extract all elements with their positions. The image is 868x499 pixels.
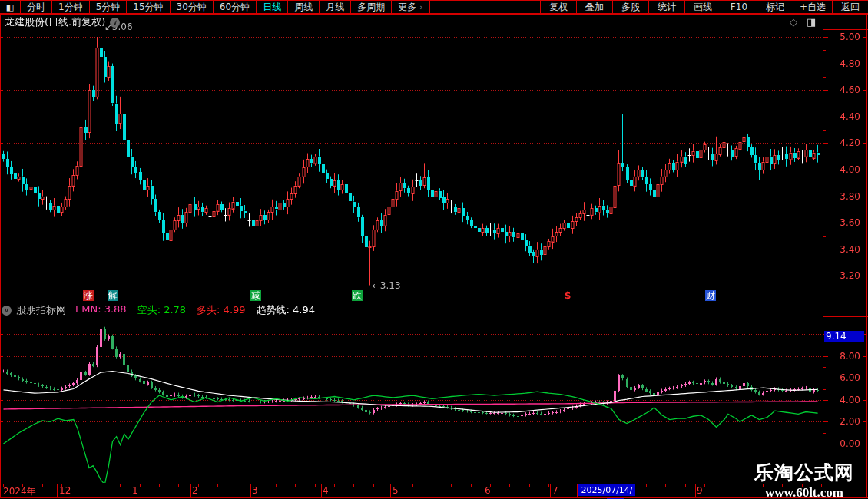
- price-axis-label: 3.20: [825, 270, 860, 281]
- toolbar-spacer: [430, 1, 540, 13]
- period-item-月线[interactable]: 月线: [320, 1, 351, 13]
- time-axis-label: 5: [393, 485, 399, 496]
- price-axis-label: 4.20: [825, 137, 860, 148]
- event-badge-跌[interactable]: 跌: [352, 290, 363, 301]
- indicator-axis-label: 8.00: [825, 351, 860, 362]
- top-toolbar: ◧ 分时1分钟5分钟15分钟30分钟60分钟日线周线月线多周期更多› 复权叠加多…: [0, 0, 868, 14]
- period-item-30分钟[interactable]: 30分钟: [171, 1, 214, 13]
- price-axis-label: 5.00: [825, 31, 860, 42]
- tool-item-标记[interactable]: 标记: [757, 1, 793, 13]
- time-axis-label: 6: [485, 485, 491, 496]
- price-chart-canvas[interactable]: [0, 0, 868, 499]
- tool-item-返回[interactable]: 返回: [832, 1, 868, 13]
- tool-item-+自选[interactable]: +自选: [793, 1, 832, 13]
- time-axis-label: 7: [552, 485, 558, 496]
- period-item-5分钟[interactable]: 5分钟: [90, 1, 128, 13]
- event-badge-解[interactable]: 解: [108, 290, 118, 301]
- chevron-down-icon[interactable]: ∨: [110, 18, 120, 28]
- event-badge-财[interactable]: 财: [705, 290, 716, 301]
- app-window: ◧ 分时1分钟5分钟15分钟30分钟60分钟日线周线月线多周期更多› 复权叠加多…: [0, 0, 868, 499]
- period-item-周线[interactable]: 周线: [288, 1, 320, 13]
- time-axis-label: 3: [252, 485, 258, 496]
- time-axis-label: 12: [59, 485, 71, 496]
- period-item-1分钟[interactable]: 1分钟: [52, 1, 90, 13]
- period-item-60分钟[interactable]: 60分钟: [214, 1, 257, 13]
- more-arrow-icon: ›: [419, 2, 422, 12]
- indicator-name[interactable]: 股朋指标网: [16, 303, 66, 317]
- panel-layout-icon[interactable]: ◨: [807, 16, 816, 28]
- period-item-更多[interactable]: 更多›: [392, 1, 429, 13]
- diamond-icon[interactable]: ◇: [790, 16, 797, 28]
- period-item-日线[interactable]: 日线: [257, 1, 288, 13]
- indicator-axis-label: 6.00: [825, 372, 860, 383]
- layout-split-icon: ◧: [6, 2, 14, 12]
- indicator-max-marker: 9.14: [824, 331, 864, 342]
- indicator-field: 空头: 2.78: [137, 303, 186, 317]
- indicator-field: 趋势线: 4.94: [257, 303, 315, 317]
- period-menu: 分时1分钟5分钟15分钟30分钟60分钟日线周线月线多周期更多›: [21, 1, 430, 13]
- period-item-分时[interactable]: 分时: [21, 1, 52, 13]
- time-axis-label: 4: [323, 485, 329, 496]
- tools-menu: 复权叠加多股统计画线F10标记+自选返回: [540, 1, 868, 13]
- tool-item-多股[interactable]: 多股: [612, 1, 648, 13]
- low-price-annotation: ←3.13: [373, 280, 401, 291]
- price-axis-label: 4.00: [825, 164, 860, 175]
- indicator-field: EMN: 3.88: [75, 303, 127, 317]
- price-axis-label: 4.40: [825, 111, 860, 122]
- time-axis-label: 2024年: [3, 485, 36, 498]
- time-axis-label: 9: [697, 485, 703, 496]
- period-item-多周期[interactable]: 多周期: [351, 1, 392, 13]
- indicator-values: EMN: 3.88空头: 2.78多头: 4.99趋势线: 4.94: [75, 303, 326, 317]
- price-axis-label: 4.60: [825, 84, 860, 95]
- price-axis-label: 4.80: [825, 58, 860, 69]
- event-badge-涨[interactable]: 涨: [83, 290, 94, 301]
- indicator-field: 多头: 4.99: [197, 303, 245, 317]
- layout-toggle-button[interactable]: ◧: [0, 1, 21, 13]
- indicator-axis-label: 2.00: [825, 416, 860, 427]
- watermark-site-name: 乐淘公式网: [754, 460, 854, 485]
- tool-item-F10[interactable]: F10: [721, 1, 757, 13]
- price-axis-label: 3.80: [825, 191, 860, 202]
- period-item-15分钟[interactable]: 15分钟: [127, 1, 170, 13]
- indicator-header: ∨ 股朋指标网 EMN: 3.88空头: 2.78多头: 4.99趋势线: 4.…: [2, 304, 326, 316]
- watermark-site-url: www.60lt.com: [754, 485, 854, 499]
- watermark: 乐淘公式网 www.60lt.com: [754, 460, 854, 499]
- tool-item-叠加[interactable]: 叠加: [576, 1, 612, 13]
- price-axis-label: 3.40: [825, 244, 860, 255]
- stock-title: 龙建股份(日线.前复权): [5, 15, 105, 29]
- chevron-down-icon[interactable]: ∨: [2, 306, 12, 316]
- stock-title-bar[interactable]: 龙建股份(日线.前复权) ∨: [5, 15, 120, 29]
- time-axis-label: 2: [192, 485, 198, 496]
- time-axis-label: 1: [132, 485, 138, 496]
- indicator-axis-label: 0.00: [825, 438, 860, 449]
- event-badge-$[interactable]: $: [564, 290, 571, 301]
- tool-item-统计[interactable]: 统计: [648, 1, 684, 13]
- tool-item-复权[interactable]: 复权: [540, 1, 576, 13]
- event-badge-减[interactable]: 减: [250, 290, 261, 301]
- indicator-axis-label: 4.00: [825, 395, 860, 405]
- price-axis-label: 3.60: [825, 217, 860, 228]
- tool-item-画线[interactable]: 画线: [684, 1, 721, 13]
- selected-date-label: 2025/07/14/—: [578, 484, 635, 496]
- time-axis[interactable]: 2024年12123456792025/07/14/—: [0, 484, 868, 497]
